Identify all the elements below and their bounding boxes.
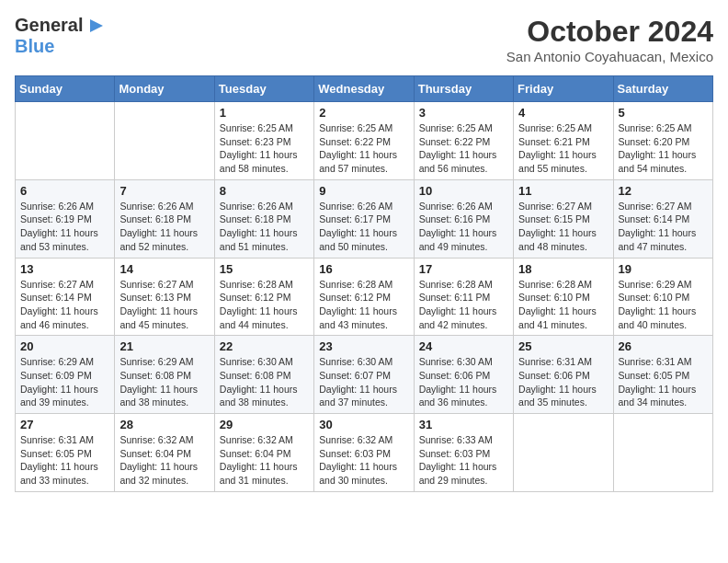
calendar-week-row: 20Sunrise: 6:29 AM Sunset: 6:09 PM Dayli…	[16, 336, 713, 414]
calendar-cell: 16Sunrise: 6:28 AM Sunset: 6:12 PM Dayli…	[314, 258, 414, 336]
day-number: 6	[20, 184, 109, 198]
page-header: General Blue October 2024 San Antonio Co…	[15, 15, 713, 64]
calendar-cell: 21Sunrise: 6:29 AM Sunset: 6:08 PM Dayli…	[115, 336, 214, 414]
day-info: Sunrise: 6:26 AM Sunset: 6:19 PM Dayligh…	[20, 200, 109, 254]
calendar-table: SundayMondayTuesdayWednesdayThursdayFrid…	[15, 75, 713, 492]
day-info: Sunrise: 6:27 AM Sunset: 6:15 PM Dayligh…	[518, 200, 608, 254]
day-number: 11	[518, 184, 608, 198]
day-info: Sunrise: 6:26 AM Sunset: 6:18 PM Dayligh…	[220, 200, 309, 254]
calendar-cell: 6Sunrise: 6:26 AM Sunset: 6:19 PM Daylig…	[16, 179, 115, 258]
calendar-cell: 13Sunrise: 6:27 AM Sunset: 6:14 PM Dayli…	[16, 258, 115, 336]
logo-general: General	[15, 15, 83, 36]
day-info: Sunrise: 6:31 AM Sunset: 6:06 PM Dayligh…	[518, 355, 608, 409]
day-number: 21	[119, 339, 209, 353]
column-header-sunday: Sunday	[16, 76, 115, 102]
day-info: Sunrise: 6:29 AM Sunset: 6:10 PM Dayligh…	[619, 278, 708, 332]
calendar-cell	[613, 414, 712, 492]
day-info: Sunrise: 6:30 AM Sunset: 6:07 PM Dayligh…	[319, 355, 408, 409]
location-title: San Antonio Coyahuacan, Mexico	[506, 49, 713, 64]
column-header-friday: Friday	[514, 76, 613, 102]
column-header-tuesday: Tuesday	[214, 76, 313, 102]
day-number: 8	[220, 184, 309, 198]
calendar-cell: 23Sunrise: 6:30 AM Sunset: 6:07 PM Dayli…	[314, 336, 414, 414]
day-info: Sunrise: 6:25 AM Sunset: 6:22 PM Dayligh…	[419, 121, 508, 176]
calendar-cell: 24Sunrise: 6:30 AM Sunset: 6:06 PM Dayli…	[414, 336, 513, 414]
day-number: 1	[220, 106, 309, 120]
calendar-cell: 22Sunrise: 6:30 AM Sunset: 6:08 PM Dayli…	[214, 336, 313, 414]
calendar-cell: 14Sunrise: 6:27 AM Sunset: 6:13 PM Dayli…	[115, 258, 214, 336]
calendar-cell: 11Sunrise: 6:27 AM Sunset: 6:15 PM Dayli…	[514, 179, 613, 258]
day-info: Sunrise: 6:28 AM Sunset: 6:10 PM Dayligh…	[518, 278, 608, 332]
day-info: Sunrise: 6:28 AM Sunset: 6:12 PM Dayligh…	[220, 278, 309, 332]
day-info: Sunrise: 6:29 AM Sunset: 6:08 PM Dayligh…	[119, 355, 209, 409]
day-number: 24	[419, 339, 508, 353]
day-info: Sunrise: 6:25 AM Sunset: 6:22 PM Dayligh…	[319, 121, 408, 176]
day-number: 27	[20, 418, 109, 431]
day-number: 26	[619, 339, 708, 353]
day-number: 30	[319, 418, 408, 431]
day-number: 10	[419, 184, 508, 198]
day-info: Sunrise: 6:25 AM Sunset: 6:21 PM Dayligh…	[518, 121, 608, 176]
calendar-week-row: 1Sunrise: 6:25 AM Sunset: 6:23 PM Daylig…	[16, 102, 713, 180]
day-number: 18	[518, 262, 608, 276]
calendar-cell: 9Sunrise: 6:26 AM Sunset: 6:17 PM Daylig…	[314, 179, 414, 258]
column-header-monday: Monday	[115, 76, 214, 102]
day-number: 29	[220, 418, 309, 431]
day-number: 4	[518, 106, 608, 120]
calendar-cell: 10Sunrise: 6:26 AM Sunset: 6:16 PM Dayli…	[414, 179, 513, 258]
svg-marker-0	[90, 19, 103, 32]
day-info: Sunrise: 6:32 AM Sunset: 6:03 PM Dayligh…	[319, 433, 408, 488]
column-header-thursday: Thursday	[414, 76, 513, 102]
day-number: 28	[119, 418, 209, 431]
day-number: 20	[20, 339, 109, 353]
month-title: October 2024	[506, 15, 713, 49]
day-number: 31	[419, 418, 508, 431]
day-info: Sunrise: 6:26 AM Sunset: 6:18 PM Dayligh…	[119, 200, 209, 254]
calendar-cell: 7Sunrise: 6:26 AM Sunset: 6:18 PM Daylig…	[115, 179, 214, 258]
day-number: 14	[119, 262, 209, 276]
day-number: 15	[220, 262, 309, 276]
calendar-cell: 1Sunrise: 6:25 AM Sunset: 6:23 PM Daylig…	[214, 102, 313, 180]
column-header-wednesday: Wednesday	[314, 76, 414, 102]
calendar-cell	[514, 414, 613, 492]
day-number: 12	[619, 184, 708, 198]
calendar-cell: 2Sunrise: 6:25 AM Sunset: 6:22 PM Daylig…	[314, 102, 414, 180]
day-number: 23	[319, 339, 408, 353]
calendar-cell: 25Sunrise: 6:31 AM Sunset: 6:06 PM Dayli…	[514, 336, 613, 414]
calendar-cell: 19Sunrise: 6:29 AM Sunset: 6:10 PM Dayli…	[613, 258, 712, 336]
calendar-cell: 28Sunrise: 6:32 AM Sunset: 6:04 PM Dayli…	[115, 414, 214, 492]
day-info: Sunrise: 6:29 AM Sunset: 6:09 PM Dayligh…	[20, 355, 109, 409]
day-info: Sunrise: 6:25 AM Sunset: 6:20 PM Dayligh…	[619, 121, 708, 176]
day-info: Sunrise: 6:26 AM Sunset: 6:16 PM Dayligh…	[419, 200, 508, 254]
calendar-cell: 29Sunrise: 6:32 AM Sunset: 6:04 PM Dayli…	[214, 414, 313, 492]
day-info: Sunrise: 6:28 AM Sunset: 6:12 PM Dayligh…	[319, 278, 408, 332]
calendar-week-row: 13Sunrise: 6:27 AM Sunset: 6:14 PM Dayli…	[16, 258, 713, 336]
logo-blue: Blue	[15, 36, 54, 56]
day-info: Sunrise: 6:33 AM Sunset: 6:03 PM Dayligh…	[419, 433, 508, 488]
logo-triangle-icon	[85, 16, 105, 36]
calendar-cell: 17Sunrise: 6:28 AM Sunset: 6:11 PM Dayli…	[414, 258, 513, 336]
day-number: 17	[419, 262, 508, 276]
day-info: Sunrise: 6:27 AM Sunset: 6:14 PM Dayligh…	[619, 200, 708, 254]
day-info: Sunrise: 6:32 AM Sunset: 6:04 PM Dayligh…	[119, 433, 209, 488]
day-info: Sunrise: 6:30 AM Sunset: 6:08 PM Dayligh…	[220, 355, 309, 409]
calendar-week-row: 27Sunrise: 6:31 AM Sunset: 6:05 PM Dayli…	[16, 414, 713, 492]
day-number: 25	[518, 339, 608, 353]
calendar-week-row: 6Sunrise: 6:26 AM Sunset: 6:19 PM Daylig…	[16, 179, 713, 258]
calendar-cell: 8Sunrise: 6:26 AM Sunset: 6:18 PM Daylig…	[214, 179, 313, 258]
day-info: Sunrise: 6:26 AM Sunset: 6:17 PM Dayligh…	[319, 200, 408, 254]
day-number: 16	[319, 262, 408, 276]
day-number: 2	[319, 106, 408, 120]
day-info: Sunrise: 6:27 AM Sunset: 6:14 PM Dayligh…	[20, 278, 109, 332]
calendar-cell: 27Sunrise: 6:31 AM Sunset: 6:05 PM Dayli…	[16, 414, 115, 492]
calendar-cell: 30Sunrise: 6:32 AM Sunset: 6:03 PM Dayli…	[314, 414, 414, 492]
day-info: Sunrise: 6:32 AM Sunset: 6:04 PM Dayligh…	[220, 433, 309, 488]
day-info: Sunrise: 6:25 AM Sunset: 6:23 PM Dayligh…	[220, 121, 309, 176]
calendar-cell: 20Sunrise: 6:29 AM Sunset: 6:09 PM Dayli…	[16, 336, 115, 414]
calendar-cell: 15Sunrise: 6:28 AM Sunset: 6:12 PM Dayli…	[214, 258, 313, 336]
calendar-cell: 18Sunrise: 6:28 AM Sunset: 6:10 PM Dayli…	[514, 258, 613, 336]
day-number: 7	[119, 184, 209, 198]
calendar-cell	[115, 102, 214, 180]
calendar-cell: 5Sunrise: 6:25 AM Sunset: 6:20 PM Daylig…	[613, 102, 712, 180]
calendar-cell: 3Sunrise: 6:25 AM Sunset: 6:22 PM Daylig…	[414, 102, 513, 180]
